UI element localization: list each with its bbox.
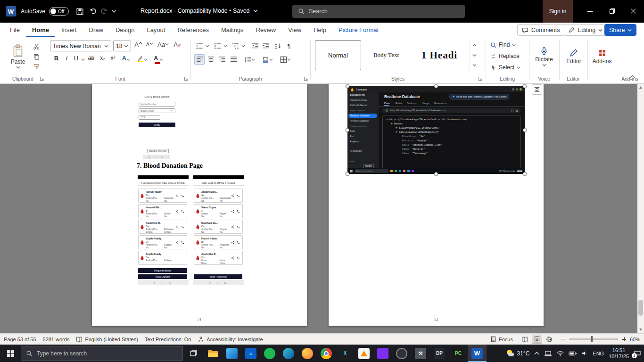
resize-handle-top-center[interactable] bbox=[434, 84, 438, 88]
spotify-icon[interactable] bbox=[260, 345, 279, 362]
xbox-app-icon[interactable]: X bbox=[336, 345, 355, 362]
scroll-up-arrow[interactable] bbox=[639, 86, 642, 89]
word-count[interactable]: 5281 words bbox=[43, 337, 70, 342]
fb-tab-rules[interactable]: Rules bbox=[396, 102, 402, 105]
fb-tab-backups[interactable]: Backups bbox=[407, 102, 417, 105]
italic-button[interactable]: I bbox=[62, 54, 71, 65]
font-name-combo[interactable]: Times New Roman bbox=[50, 41, 111, 51]
show-paragraph-marks-button[interactable]: ¶ bbox=[284, 41, 294, 51]
document-title[interactable]: Report.docx - Compatibility Mode • Saved bbox=[140, 8, 258, 14]
numbering-button[interactable] bbox=[212, 41, 223, 51]
sidebar-item-all-products[interactable]: All products bbox=[350, 150, 362, 152]
editor-button[interactable]: Editor bbox=[561, 40, 586, 74]
page-51[interactable]: Cell & Blood Details Mobile Number Blood… bbox=[92, 84, 307, 326]
add-ins-button[interactable]: Add-ins bbox=[589, 40, 615, 74]
find-button[interactable]: Find bbox=[490, 41, 516, 48]
clock[interactable]: 16:5110/17/25 bbox=[609, 347, 629, 360]
chrome-icon[interactable] bbox=[317, 345, 336, 362]
sidebar-item-build-with-gemini[interactable]: Build with Gemini bbox=[350, 104, 367, 107]
sort-button[interactable] bbox=[272, 41, 283, 51]
tab-layout[interactable]: Layout bbox=[140, 23, 171, 37]
subscript-button[interactable]: x₂ bbox=[98, 54, 107, 65]
font-dialog-launcher[interactable] bbox=[184, 76, 189, 82]
close-button[interactable] bbox=[622, 0, 644, 23]
firebase-project-name[interactable]: BloodBankApp bbox=[350, 94, 365, 96]
tab-picture-format[interactable]: Picture Format bbox=[332, 23, 385, 37]
sidebar-item-run[interactable]: Run bbox=[350, 135, 354, 138]
justify-button[interactable] bbox=[228, 54, 239, 65]
style-heading1[interactable]: 1 Headi bbox=[411, 40, 468, 70]
tab-review[interactable]: Review bbox=[250, 23, 282, 37]
database-tree[interactable]: https://bloodbankapp-78cae-default-rtdb.… bbox=[382, 115, 521, 169]
focus-mode-button[interactable]: Focus bbox=[490, 336, 513, 342]
more-options-icon[interactable] bbox=[515, 109, 518, 112]
style-normal[interactable]: Normal bbox=[315, 40, 361, 70]
bullets-button[interactable] bbox=[194, 41, 205, 51]
text-effects-button[interactable]: A bbox=[122, 54, 131, 65]
word-taskbar-icon[interactable]: W bbox=[468, 345, 487, 362]
battery-tray-icon[interactable] bbox=[569, 351, 577, 356]
comments-button[interactable]: Comments bbox=[517, 24, 564, 36]
teams-app-icon[interactable] bbox=[373, 345, 392, 362]
sidebar-item-build[interactable]: Build bbox=[350, 130, 355, 132]
page-indicator[interactable]: Page 53 of 55 bbox=[4, 337, 36, 342]
scrollbar-thumb[interactable] bbox=[638, 300, 643, 316]
photos-app-icon[interactable] bbox=[223, 345, 241, 362]
vlc-icon[interactable] bbox=[355, 345, 373, 362]
firefox-icon[interactable] bbox=[298, 345, 317, 362]
format-painter-button[interactable] bbox=[31, 62, 41, 72]
clear-formatting-button[interactable]: A bbox=[173, 41, 182, 51]
file-explorer-icon[interactable] bbox=[204, 345, 223, 362]
resize-handle-bottom-center[interactable] bbox=[434, 172, 438, 176]
action-center-button[interactable]: 1 bbox=[634, 350, 641, 357]
tree-field[interactable]: LName: "Tambewagh" bbox=[386, 151, 517, 156]
store-app-icon[interactable]: ⌂ bbox=[241, 345, 260, 362]
redo-button[interactable] bbox=[99, 7, 109, 16]
tab-design[interactable]: Design bbox=[109, 23, 140, 37]
vertical-scrollbar[interactable] bbox=[637, 84, 644, 333]
document-canvas[interactable]: Cell & Blood Details Mobile Number Blood… bbox=[0, 84, 644, 333]
tree-field[interactable]: District: "Mumbai" bbox=[386, 139, 517, 143]
minimize-button[interactable] bbox=[579, 0, 601, 23]
resize-handle-top-left[interactable] bbox=[346, 84, 349, 88]
layout-options-button[interactable] bbox=[532, 84, 542, 95]
tab-home[interactable]: Home bbox=[26, 23, 55, 37]
text-predictions[interactable]: Text Predictions: On bbox=[145, 337, 191, 342]
font-size-combo[interactable]: 18 bbox=[113, 41, 131, 51]
strikethrough-button[interactable]: ab bbox=[87, 54, 96, 65]
edge-browser-icon[interactable] bbox=[279, 345, 298, 362]
editing-mode-button[interactable]: Editing bbox=[564, 24, 607, 36]
paragraph-dialog-launcher[interactable] bbox=[304, 76, 309, 82]
taskbar-search-box[interactable]: Type here to search bbox=[21, 346, 183, 361]
paste-button[interactable]: Paste bbox=[6, 40, 30, 74]
copy-url-icon[interactable] bbox=[511, 109, 514, 112]
tab-help[interactable]: Help bbox=[307, 23, 332, 37]
numbering-chevron[interactable] bbox=[223, 41, 228, 51]
borders-button[interactable] bbox=[278, 54, 292, 65]
accessibility-status[interactable]: Accessibility: Investigate bbox=[198, 336, 263, 343]
search-box[interactable]: Search bbox=[292, 5, 465, 18]
tree-node[interactable]: bIUGgMVg8B3PLGG.ItsqHGYi7M43 bbox=[386, 126, 517, 130]
tab-mailings[interactable]: Mailings bbox=[215, 23, 250, 37]
fb-tab-extensions[interactable]: Extensions bbox=[434, 102, 446, 105]
styles-scroll-down[interactable] bbox=[472, 54, 477, 57]
obs-app-icon[interactable] bbox=[392, 345, 411, 362]
bold-button[interactable]: B bbox=[52, 54, 61, 65]
proofing-status[interactable]: English (United States) bbox=[76, 336, 138, 343]
display-tray-icon[interactable] bbox=[544, 351, 552, 356]
autosave-toggle[interactable]: Off bbox=[49, 7, 69, 16]
tab-file[interactable]: File bbox=[4, 23, 26, 37]
sidebar-item-realtime-database[interactable]: Realtime Database bbox=[348, 114, 377, 118]
align-left-button[interactable] bbox=[194, 54, 205, 65]
tab-insert[interactable]: Insert bbox=[55, 23, 83, 37]
font-color-button[interactable]: A bbox=[154, 54, 163, 65]
tree-root[interactable]: https://bloodbankapp-78cae-default-rtdb.… bbox=[386, 117, 517, 122]
align-center-button[interactable] bbox=[206, 54, 216, 65]
resize-handle-mid-right[interactable] bbox=[523, 128, 527, 132]
tree-field[interactable]: FName: "Raviraj" bbox=[386, 147, 517, 151]
print-layout-button[interactable] bbox=[532, 335, 542, 344]
share-button[interactable]: Share bbox=[604, 24, 636, 36]
sidebar-item-analytics[interactable]: Analytics bbox=[350, 140, 359, 143]
sign-in-button[interactable]: Sign in bbox=[543, 0, 573, 23]
styles-dialog-launcher[interactable] bbox=[478, 76, 483, 82]
